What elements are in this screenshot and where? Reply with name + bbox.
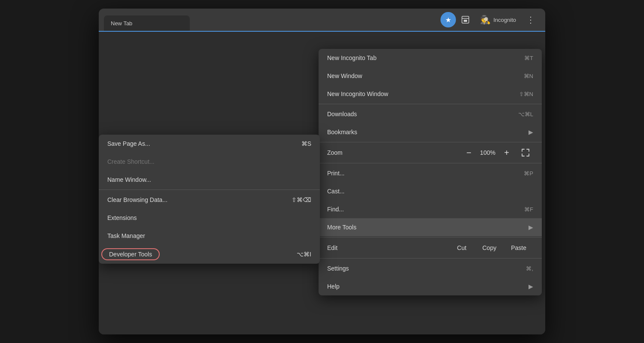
menu-separator-4 [319, 237, 542, 238]
sub-menu-item-label: Create Shortcut... [107, 158, 155, 165]
menu-item-label: Print... [327, 170, 344, 177]
menu-item-cast[interactable]: Cast... [319, 182, 542, 200]
menu-button[interactable]: ⋮ [523, 12, 538, 27]
incognito-profile-button[interactable]: 🕵 Incognito [475, 12, 521, 27]
tab-label: New Tab [111, 20, 132, 27]
menu-item-new-incognito-window[interactable]: New Incognito Window ⇧⌘N [319, 85, 542, 103]
sub-menu-item-label: Name Window... [107, 176, 151, 183]
menu-item-label: New Window [327, 72, 362, 79]
sub-menu-item-developer-tools[interactable]: Developer Tools ⌥⌘I [99, 245, 320, 264]
fullscreen-button[interactable] [518, 146, 533, 159]
menu-item-shortcut: ⌘, [526, 265, 533, 272]
menu-item-find[interactable]: Find... ⌘F [319, 200, 542, 218]
menu-item-new-incognito-tab[interactable]: New Incognito Tab ⌘T [319, 49, 542, 67]
sub-menu-item-clear-browsing[interactable]: Clear Browsing Data... ⇧⌘⌫ [99, 191, 320, 209]
menu-item-label: Cast... [327, 188, 344, 195]
zoom-row: Zoom − 100% + [319, 143, 542, 162]
menu-item-help[interactable]: Help ▶ [319, 277, 542, 295]
paste-button[interactable]: Paste [504, 242, 533, 254]
menu-separator-1 [319, 104, 542, 104]
zoom-in-button[interactable]: + [499, 146, 514, 159]
menu-item-label: Settings [327, 265, 349, 272]
more-tools-submenu: Save Page As... ⌘S Create Shortcut... Na… [99, 135, 320, 264]
menu-item-label: More Tools [327, 224, 356, 231]
menu-item-label: Help [327, 283, 340, 290]
sub-menu-separator-1 [99, 190, 320, 190]
menu-separator-5 [319, 258, 542, 259]
chevron-right-icon: ▶ [529, 224, 533, 231]
menu-item-print[interactable]: Print... ⌘P [319, 164, 542, 182]
menu-item-shortcut: ⇧⌘N [519, 91, 533, 97]
toolbar-icons: ★ 🕵 Incognito ⋮ [440, 12, 540, 27]
menu-item-shortcut: ⌘T [524, 55, 533, 61]
tab-area: New Tab [104, 9, 437, 31]
tab-search-button[interactable] [458, 12, 473, 27]
zoom-controls: − 100% + [461, 146, 514, 159]
cut-button[interactable]: Cut [449, 242, 475, 254]
menu-item-bookmarks[interactable]: Bookmarks ▶ [319, 123, 542, 141]
menu-item-shortcut: ⌘F [524, 206, 533, 213]
edit-label: Edit [327, 244, 448, 251]
edit-row: Edit Cut Copy Paste [319, 238, 542, 257]
browser-window: New Tab ★ 🕵 Incognito ⋮ [99, 9, 545, 334]
zoom-value: 100% [477, 149, 499, 156]
menu-item-shortcut: ⌘P [524, 170, 533, 177]
sub-menu-item-create-shortcut[interactable]: Create Shortcut... [99, 153, 320, 171]
bookmark-star-button[interactable]: ★ [440, 12, 456, 27]
menu-separator-3 [319, 163, 542, 163]
sub-menu-item-name-window[interactable]: Name Window... [99, 171, 320, 189]
page-content: New Incognito Tab ⌘T New Window ⌘N New I… [99, 49, 545, 334]
menu-item-label: Find... [327, 206, 344, 213]
sub-menu-item-label: Save Page As... [107, 140, 150, 147]
sub-menu-item-shortcut: ⌥⌘I [297, 251, 311, 258]
sub-menu-item-shortcut: ⇧⌘⌫ [292, 196, 311, 203]
chevron-right-icon: ▶ [529, 129, 533, 135]
browser-tab[interactable]: New Tab [104, 15, 190, 31]
menu-item-more-tools[interactable]: More Tools ▶ [319, 218, 542, 236]
menu-item-label: New Incognito Window [327, 90, 388, 97]
zoom-label: Zoom [327, 149, 461, 156]
menu-item-new-window[interactable]: New Window ⌘N [319, 67, 542, 85]
menu-item-settings[interactable]: Settings ⌘, [319, 259, 542, 277]
sub-menu-item-label: Extensions [107, 214, 137, 221]
chevron-right-icon: ▶ [529, 283, 533, 290]
title-bar: New Tab ★ 🕵 Incognito ⋮ [99, 9, 545, 31]
menu-item-label: Downloads [327, 111, 357, 117]
menu-item-shortcut: ⌘N [524, 73, 533, 79]
menu-item-label: New Incognito Tab [327, 54, 377, 61]
sub-menu-item-task-manager[interactable]: Task Manager [99, 227, 320, 245]
sub-menu-item-label: Task Manager [107, 232, 145, 239]
menu-item-label: Bookmarks [327, 129, 357, 135]
menu-separator-2 [319, 142, 542, 142]
svg-rect-2 [464, 20, 467, 22]
chrome-menu: New Incognito Tab ⌘T New Window ⌘N New I… [319, 49, 542, 295]
zoom-out-button[interactable]: − [461, 146, 477, 159]
sub-menu-item-extensions[interactable]: Extensions [99, 209, 320, 227]
incognito-label: Incognito [493, 17, 516, 23]
incognito-icon: 🕵 [480, 15, 491, 25]
sub-menu-item-shortcut: ⌘S [301, 140, 311, 147]
sub-menu-item-label: Clear Browsing Data... [107, 196, 167, 203]
address-bar [99, 31, 545, 49]
menu-item-downloads[interactable]: Downloads ⌥⌘L [319, 105, 542, 123]
sub-menu-item-save-page[interactable]: Save Page As... ⌘S [99, 135, 320, 153]
copy-button[interactable]: Copy [476, 242, 504, 254]
menu-item-shortcut: ⌥⌘L [518, 111, 533, 117]
developer-tools-label: Developer Tools [101, 248, 160, 260]
